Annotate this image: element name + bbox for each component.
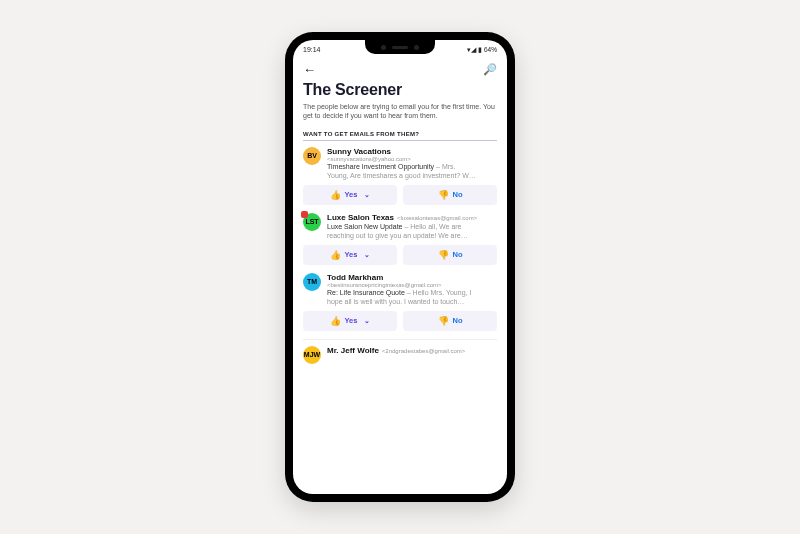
- sender-email: <luxesalontexas@gmail.com>: [397, 215, 477, 221]
- sender-avatar: LST: [303, 213, 321, 231]
- phone-notch: [365, 40, 435, 54]
- phone-screen: 19:14 ▾◢ ▮ 64% ← 🔍 The Screener The peop…: [293, 40, 507, 494]
- divider: [303, 339, 497, 340]
- back-arrow-icon[interactable]: ←: [303, 62, 316, 77]
- status-battery: 64%: [484, 46, 497, 53]
- yes-label: Yes: [345, 316, 358, 325]
- chevron-down-icon: ⌄: [364, 317, 370, 325]
- email-preview: – Hello all, We are: [403, 223, 462, 230]
- app-bar: ← 🔍: [293, 56, 507, 81]
- thumbs-up-icon: 👍: [330, 190, 341, 200]
- email-subject: Re: Life Insurance Quote: [327, 289, 405, 296]
- sender-name: Luxe Salon Texas: [327, 213, 394, 222]
- yes-label: Yes: [345, 250, 358, 259]
- yes-button[interactable]: 👍 Yes ⌄: [303, 185, 397, 205]
- sender-item: TM Todd Markham <bestinsurancepricingint…: [303, 273, 497, 331]
- no-label: No: [453, 190, 463, 199]
- no-label: No: [453, 250, 463, 259]
- status-time: 19:14: [303, 46, 321, 53]
- chevron-down-icon: ⌄: [364, 191, 370, 199]
- avatar-badge-icon: [301, 211, 308, 218]
- section-heading: WANT TO GET EMAILS FROM THEM?: [303, 131, 497, 141]
- sender-name: Mr. Jeff Wolfe: [327, 346, 379, 355]
- sender-email: <2ndgradestabes@gmail.com>: [382, 348, 465, 354]
- email-subject: Luxe Salon New Update: [327, 223, 403, 230]
- email-preview-line2: Young, Are timeshares a good investment?…: [327, 171, 497, 180]
- thumbs-down-icon: 👎: [438, 250, 449, 260]
- thumbs-up-icon: 👍: [330, 316, 341, 326]
- no-button[interactable]: 👎 No: [403, 245, 497, 265]
- thumbs-down-icon: 👎: [438, 190, 449, 200]
- yes-label: Yes: [345, 190, 358, 199]
- status-icons: ▾◢ ▮: [467, 46, 482, 54]
- sender-item: MJW Mr. Jeff Wolfe <2ndgradestabes@gmail…: [303, 346, 497, 364]
- page-subtitle: The people below are trying to email you…: [303, 102, 497, 121]
- no-button[interactable]: 👎 No: [403, 311, 497, 331]
- phone-frame: 19:14 ▾◢ ▮ 64% ← 🔍 The Screener The peop…: [285, 32, 515, 502]
- no-button[interactable]: 👎 No: [403, 185, 497, 205]
- thumbs-up-icon: 👍: [330, 250, 341, 260]
- sender-avatar: MJW: [303, 346, 321, 364]
- sender-name: Sunny Vacations: [327, 147, 391, 156]
- chevron-down-icon: ⌄: [364, 251, 370, 259]
- sender-item: BV Sunny Vacations <sunnyvacations@yahoo…: [303, 147, 497, 205]
- email-preview-line2: reaching out to give you an update! We a…: [327, 231, 497, 240]
- yes-button[interactable]: 👍 Yes ⌄: [303, 311, 397, 331]
- sender-item: LST Luxe Salon Texas <luxesalontexas@gma…: [303, 213, 497, 265]
- sender-avatar: TM: [303, 273, 321, 291]
- page-title: The Screener: [303, 81, 497, 99]
- search-icon[interactable]: 🔍: [483, 63, 497, 76]
- sender-avatar: BV: [303, 147, 321, 165]
- yes-button[interactable]: 👍 Yes ⌄: [303, 245, 397, 265]
- email-preview: – Mrs.: [434, 163, 455, 170]
- no-label: No: [453, 316, 463, 325]
- email-preview-line2: hope all is well with you. I wanted to t…: [327, 297, 497, 306]
- thumbs-down-icon: 👎: [438, 316, 449, 326]
- email-preview: – Hello Mrs. Young, I: [405, 289, 472, 296]
- sender-name: Todd Markham: [327, 273, 383, 282]
- email-subject: Timeshare Investment Opportunity: [327, 163, 434, 170]
